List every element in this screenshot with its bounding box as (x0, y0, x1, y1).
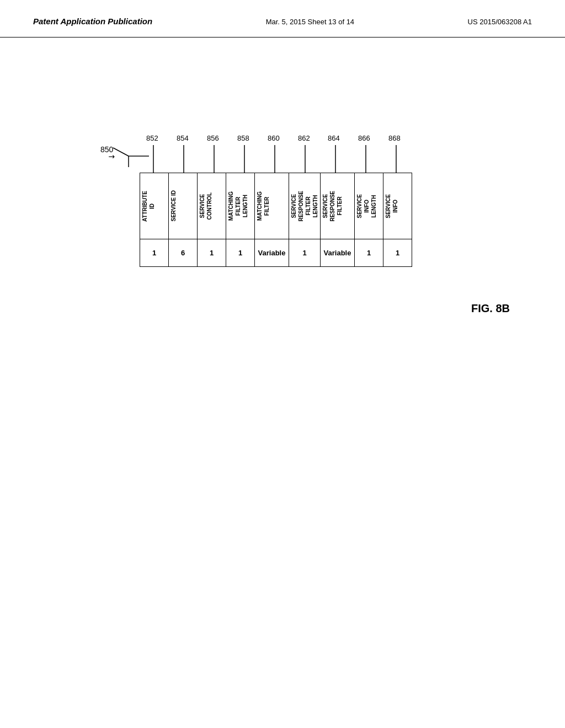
fig-label: FIG. 8B (471, 302, 510, 315)
val-srf: Variable (321, 239, 355, 267)
col-header-matching-filter: MATCHINGFILTER (255, 173, 289, 239)
ref-864: 864 (328, 134, 340, 142)
val-srf-length: 1 (289, 239, 321, 267)
field-table-container: ATTRIBUTEID SERVICE ID SERVICECONTROL MA… (140, 173, 412, 267)
col-header-matching-filter-length: MATCHINGFILTERLENGTH (226, 173, 255, 239)
val-service-info-length: 1 (355, 239, 383, 267)
col-header-attribute-id: ATTRIBUTEID (140, 173, 169, 239)
col-header-service-info-length: SERVICEINFOLENGTH (355, 173, 383, 239)
publication-number: US 2015/063208 A1 (468, 18, 532, 26)
ref-868: 868 (388, 134, 401, 142)
ref-856: 856 (207, 134, 219, 142)
val-matching-filter-length: 1 (226, 239, 255, 267)
col-header-srf-length: SERVICERESPONSEFILTERLENGTH (289, 173, 321, 239)
ref-866: 866 (358, 134, 370, 142)
col-header-service-control: SERVICECONTROL (198, 173, 226, 239)
main-content: 850 ↗ 852 854 856 858 860 862 864 866 86… (0, 38, 565, 721)
publication-date-sheet: Mar. 5, 2015 Sheet 13 of 14 (266, 18, 354, 26)
ref-852: 852 (146, 134, 158, 142)
val-service-id: 6 (169, 239, 198, 267)
col-header-srf: SERVICERESPONSEFILTER (321, 173, 355, 239)
val-service-control: 1 (198, 239, 226, 267)
val-matching-filter: Variable (255, 239, 289, 267)
col-header-service-id: SERVICE ID (169, 173, 198, 239)
publication-title: Patent Application Publication (33, 17, 152, 26)
page-header: Patent Application Publication Mar. 5, 2… (0, 0, 565, 38)
ref-860: 860 (268, 134, 280, 142)
diagram-svg (0, 38, 565, 721)
val-service-info: 1 (383, 239, 412, 267)
val-attribute-id: 1 (140, 239, 169, 267)
table-header-row: ATTRIBUTEID SERVICE ID SERVICECONTROL MA… (140, 173, 412, 239)
col-header-service-info: SERVICEINFO (383, 173, 412, 239)
ref-862: 862 (298, 134, 310, 142)
table-data-row: 1 6 1 1 Variable 1 Variable 1 1 (140, 239, 412, 267)
ref-854: 854 (177, 134, 189, 142)
field-table: ATTRIBUTEID SERVICE ID SERVICECONTROL MA… (140, 173, 412, 267)
ref-858: 858 (237, 134, 249, 142)
